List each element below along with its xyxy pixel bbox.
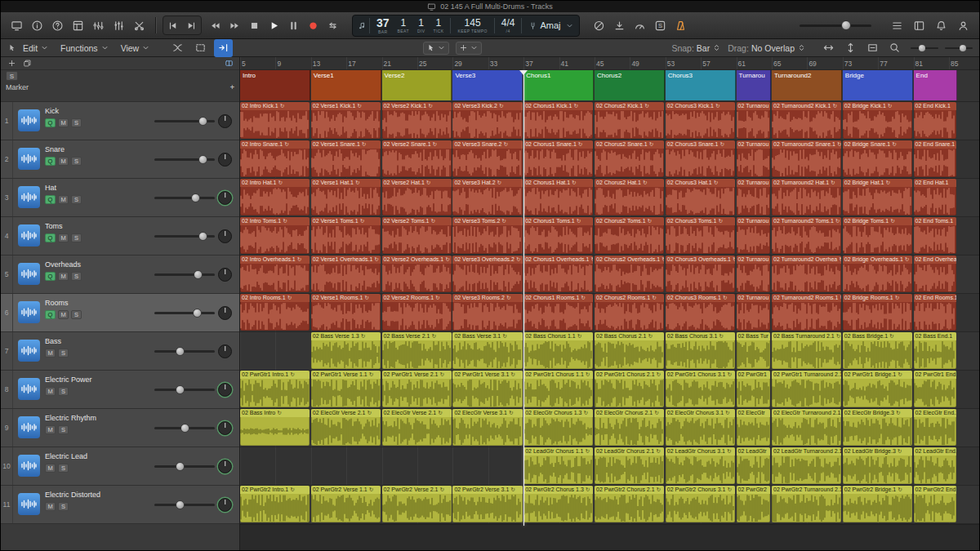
- region[interactable]: 02 PwrGtr2 Verse 3.1↻: [452, 486, 522, 522]
- display-button[interactable]: [7, 16, 26, 34]
- mute-button[interactable]: M: [58, 195, 69, 204]
- track-volume-slider[interactable]: [154, 308, 215, 318]
- cycle-button[interactable]: [323, 16, 342, 34]
- quantize-button[interactable]: Q: [45, 272, 56, 281]
- region[interactable]: 02 PwrGtr2: [737, 486, 771, 522]
- solo-button[interactable]: S: [71, 233, 82, 242]
- region[interactable]: 02 Intro Hat.1↻: [240, 179, 310, 216]
- pan-knob[interactable]: [218, 306, 232, 320]
- region[interactable]: 02 Chorus3 Kick.1↻: [666, 102, 735, 139]
- track-name[interactable]: Hat: [45, 184, 151, 192]
- track-header-snare[interactable]: 2SnareQMS: [1, 140, 239, 179]
- record-button[interactable]: [304, 16, 323, 34]
- region[interactable]: 02 Chorus1 Toms.1↻: [523, 217, 593, 254]
- region[interactable]: 02 Bridge Toms.1↻: [843, 217, 912, 254]
- region[interactable]: 02 Chorus3 Overheads.1↻: [666, 256, 735, 292]
- pan-knob[interactable]: [218, 153, 232, 167]
- marker-chorus2[interactable]: Chorus2: [595, 70, 665, 100]
- region[interactable]: 02 PwrGtr1 Intro.1↻: [240, 371, 310, 407]
- region[interactable]: 02 Turnarou: [737, 140, 771, 177]
- tuner-button[interactable]: [630, 16, 649, 34]
- master-solo-button[interactable]: S: [6, 71, 18, 81]
- mute-button[interactable]: M: [58, 157, 69, 166]
- region[interactable]: 02 PwrGtr1: [737, 371, 771, 407]
- add-marker-button[interactable]: +: [230, 83, 234, 91]
- editors-button[interactable]: [130, 16, 149, 34]
- region[interactable]: 02 Chorus1 Snare.1↻: [523, 140, 593, 177]
- region[interactable]: 02 PwrGtr1 Chorus 2.1↻: [595, 371, 664, 407]
- region[interactable]: 02 Verse2 Rooms.1↻: [382, 294, 452, 331]
- region[interactable]: 02 Chorus2 Kick.1↻: [595, 102, 664, 139]
- crossfade-button[interactable]: [168, 39, 187, 57]
- pan-knob[interactable]: [218, 460, 232, 473]
- user-button[interactable]: [954, 16, 973, 34]
- track-header-electric-power[interactable]: 8Electric PowerMS: [1, 371, 239, 409]
- region[interactable]: 02 Chorus1 Kick.1↻: [523, 102, 593, 139]
- track-header-overheads[interactable]: 5OverheadsQMS: [1, 256, 239, 294]
- track-volume-slider[interactable]: [154, 500, 215, 509]
- marker-intro[interactable]: Intro: [240, 70, 310, 100]
- solo-button[interactable]: S: [71, 195, 82, 204]
- region[interactable]: 02 Chorus1 Rooms.1↻: [523, 294, 593, 331]
- track-volume-slider[interactable]: [154, 346, 215, 356]
- toolbar-grid-button[interactable]: [69, 16, 87, 34]
- quantize-button[interactable]: Q: [45, 195, 56, 204]
- region[interactable]: 02 Bass Chorus 3.1↻: [666, 332, 735, 369]
- region[interactable]: 02 Verse1 Snare.1↻: [311, 140, 381, 177]
- zoom-h-button[interactable]: [819, 39, 838, 57]
- track-lane[interactable]: 02 Intro Rooms.1↻02 Verse1 Rooms.1↻02 Ve…: [240, 294, 979, 332]
- region[interactable]: 02 PwrGtr2 Chorus 2.1↻: [595, 486, 664, 522]
- no-input-button[interactable]: [590, 16, 608, 34]
- region[interactable]: 02 ElecGtr Chorus 3.1↻: [666, 409, 735, 446]
- track-name[interactable]: Toms: [45, 222, 151, 230]
- region[interactable]: 02 ElecGtr End.1: [914, 409, 957, 446]
- track-lane[interactable]: 02 PwrGtr1 Intro.1↻02 PwrGtr1 Verse 1.1↻…: [240, 371, 979, 409]
- region[interactable]: 02 ElecGtr Verse 2.1↻: [382, 409, 452, 446]
- mute-button[interactable]: M: [58, 233, 69, 242]
- region[interactable]: 02 ElecGtr Verse 2.1↻: [311, 409, 381, 446]
- next-bar-button[interactable]: [182, 16, 201, 34]
- region[interactable]: 02 LeadGtr Turnaround 2.1↻: [772, 447, 841, 484]
- track-volume-slider[interactable]: [154, 423, 215, 433]
- zoom-fit-button[interactable]: [863, 39, 882, 57]
- solo-button[interactable]: S: [71, 310, 82, 319]
- marker-turnarou[interactable]: Turnarou: [737, 70, 771, 100]
- region[interactable]: 02 Intro Snare.1↻: [240, 140, 310, 177]
- track-lane[interactable]: 02 Bass Intro↻02 ElecGtr Verse 2.1↻02 El…: [240, 409, 979, 447]
- track-lane[interactable]: 02 Bass Verse 1.3↻02 Bass Verse 2.1↻02 B…: [240, 332, 979, 371]
- metronome-button[interactable]: [671, 16, 690, 34]
- track-lane[interactable]: 02 LeadGtr Chorus 1.1↻02 LeadGtr Chorus …: [240, 447, 979, 486]
- region[interactable]: 02 PwrGtr1 End.1: [914, 371, 957, 407]
- track-name[interactable]: Electric Distorted: [45, 491, 151, 499]
- region[interactable]: 02 PwrGtr1 Verse 1.1↻: [311, 371, 381, 407]
- region[interactable]: 02 Chorus2 Overheads.1↻: [595, 256, 664, 292]
- track-name[interactable]: Bass: [45, 337, 151, 345]
- go-begin-button[interactable]: [245, 16, 264, 34]
- track-header-options-button[interactable]: [223, 58, 234, 69]
- region[interactable]: 02 LeadGtr Bridge.3↻: [843, 447, 912, 484]
- region[interactable]: 02 Turnarou: [737, 217, 771, 254]
- notifications-button[interactable]: [932, 16, 951, 34]
- region[interactable]: 02 ElecGtr Chorus 1.3↻: [523, 409, 593, 446]
- region[interactable]: 02 Verse2 Snare.1↻: [382, 140, 452, 177]
- marker-chorus1[interactable]: Chorus1: [523, 70, 594, 100]
- quick-help-button[interactable]: [48, 16, 67, 34]
- region[interactable]: 02 Turnaround2 Overhea↻: [772, 256, 841, 292]
- master-volume-slider[interactable]: [800, 20, 871, 30]
- track-name[interactable]: Electric Rhythm: [45, 414, 151, 422]
- region[interactable]: 02 Chorus2 Hat.1↻: [595, 179, 664, 216]
- region[interactable]: 02 Chorus2 Snare.1↻: [595, 140, 664, 177]
- region[interactable]: 02 Verse3 Snare.2↻: [452, 140, 522, 177]
- menu-functions[interactable]: Functions: [60, 43, 109, 53]
- track-volume-slider[interactable]: [154, 116, 215, 126]
- region[interactable]: 02 Chorus3 Snare.1↻: [666, 140, 735, 177]
- pan-knob[interactable]: [218, 268, 232, 282]
- region[interactable]: 02 Chorus1 Overheads.1↻: [523, 256, 593, 292]
- region[interactable]: 02 PwrGtr2 Verse 2.1↻: [382, 486, 452, 522]
- solo-button[interactable]: S: [58, 349, 69, 358]
- track-header-electric-rhythm[interactable]: 9Electric RhythmMS: [1, 409, 239, 447]
- add-track-button[interactable]: [6, 58, 17, 69]
- snap-menu[interactable]: Snap: Bar: [671, 43, 721, 53]
- inspector-info-button[interactable]: [28, 16, 47, 34]
- solo-button[interactable]: S: [71, 272, 82, 281]
